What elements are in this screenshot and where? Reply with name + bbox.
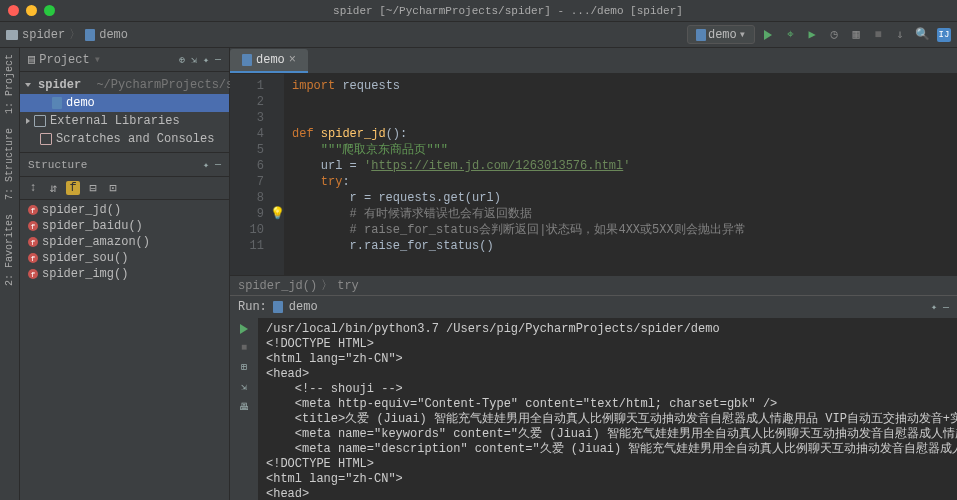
external-libraries[interactable]: External Libraries	[20, 112, 229, 130]
hide-icon[interactable]: —	[943, 302, 949, 313]
hide-icon[interactable]: —	[215, 159, 221, 171]
structure-item[interactable]: fspider_img()	[20, 266, 229, 282]
structure-panel-title: Structure	[28, 159, 197, 171]
breadcrumb-file: demo	[99, 28, 128, 42]
scratches-consoles[interactable]: Scratches and Consoles	[20, 130, 229, 148]
show-fields-icon[interactable]: f	[66, 181, 80, 195]
library-icon	[34, 115, 46, 127]
editor-tab-demo[interactable]: demo ×	[230, 49, 308, 73]
debug-button[interactable]: ⌖	[783, 28, 797, 42]
sort-alpha-icon[interactable]: ↕	[26, 181, 40, 195]
editor-tabs: demo ×	[230, 48, 957, 74]
sidebar: ▤Project ▾ ⊕ ⇲ ✦ — spider ~/PycharmProje…	[20, 48, 230, 500]
function-icon: f	[28, 253, 38, 263]
print-icon[interactable]: 🖶	[239, 401, 249, 413]
structure-item-label: spider_sou()	[42, 251, 128, 265]
pin-icon[interactable]: ⇲	[241, 381, 247, 393]
breadcrumb[interactable]: spider 〉 demo	[6, 26, 128, 43]
run-tab-label[interactable]: demo	[289, 300, 318, 314]
scratches-label: Scratches and Consoles	[56, 132, 214, 146]
python-file-icon	[52, 97, 62, 109]
code-editor[interactable]: 1234567891011 💡 import requests def spid…	[230, 74, 957, 275]
structure-item[interactable]: fspider_jd()	[20, 202, 229, 218]
hide-icon[interactable]: —	[215, 54, 221, 66]
collapse-all-icon[interactable]: ⇲	[191, 54, 197, 66]
breadcrumb-root: spider	[22, 28, 65, 42]
ide-settings-icon[interactable]: IJ	[937, 28, 951, 42]
scratch-icon	[40, 133, 52, 145]
gear-icon[interactable]: ✦	[203, 159, 209, 171]
profile-button[interactable]: ◷	[827, 28, 841, 42]
structure-panel-header: Structure ✦ —	[20, 153, 229, 177]
external-libs-label: External Libraries	[50, 114, 180, 128]
window-title: spider [~/PycharmProjects/spider] - .../…	[67, 5, 949, 17]
search-icon[interactable]: 🔍	[915, 28, 929, 42]
structure-panel: Structure ✦ — ↕ ⇵ f ⊟ ⊡ fspider_jd() fsp…	[20, 152, 229, 500]
editor-tab-label: demo	[256, 53, 285, 67]
expand-icon[interactable]	[25, 83, 31, 87]
gear-icon[interactable]: ✦	[931, 301, 937, 313]
scroll-from-source-icon[interactable]: ⊕	[179, 54, 185, 66]
run-header: Run: demo ✦ —	[230, 296, 957, 318]
structure-item[interactable]: fspider_baidu()	[20, 218, 229, 234]
project-tool-tab[interactable]: 1: Project	[4, 54, 15, 114]
run-title-prefix: Run:	[238, 300, 267, 314]
favorites-tool-tab[interactable]: 2: Favorites	[4, 214, 15, 286]
close-tab-icon[interactable]: ×	[289, 53, 296, 67]
project-file-label: demo	[66, 96, 95, 110]
project-root[interactable]: spider ~/PycharmProjects/spider	[20, 76, 229, 94]
left-tool-rail: 1: Project 7: Structure 2: Favorites	[0, 48, 20, 500]
project-tree[interactable]: spider ~/PycharmProjects/spider demo Ext…	[20, 72, 229, 152]
crumb-block[interactable]: try	[337, 279, 359, 293]
concurrency-button[interactable]: ▦	[849, 28, 863, 42]
chevron-down-icon: ▾	[739, 27, 746, 42]
function-icon: f	[28, 269, 38, 279]
navigation-bar: spider 〉 demo demo ▾ ⌖ ▶ ◷ ▦ ■ ⇓ 🔍 IJ	[0, 22, 957, 48]
structure-item-label: spider_img()	[42, 267, 128, 281]
show-inherited-icon[interactable]: ⊟	[86, 181, 100, 195]
minimize-window-button[interactable]	[26, 5, 37, 16]
editor-breadcrumb[interactable]: spider_jd() 〉 try	[230, 275, 957, 295]
maximize-window-button[interactable]	[44, 5, 55, 16]
stop-button[interactable]: ■	[871, 28, 885, 42]
stop-button[interactable]: ■	[241, 342, 247, 353]
structure-list[interactable]: fspider_jd() fspider_baidu() fspider_ama…	[20, 200, 229, 284]
mac-window-controls	[8, 5, 55, 16]
run-tool-window: Run: demo ✦ — ■ ⊞ ⇲ 🖶 /usr/local/bin/pyt…	[230, 295, 957, 500]
close-window-button[interactable]	[8, 5, 19, 16]
coverage-button[interactable]: ▶	[805, 28, 819, 42]
structure-item[interactable]: fspider_sou()	[20, 250, 229, 266]
rerun-button[interactable]	[240, 324, 248, 334]
project-panel-title: ▤Project ▾	[28, 52, 173, 67]
function-icon: f	[28, 205, 38, 215]
python-icon	[273, 301, 283, 313]
run-output[interactable]: /usr/local/bin/python3.7 /Users/pig/Pych…	[258, 318, 957, 500]
python-file-icon	[242, 54, 252, 66]
folder-icon	[6, 30, 18, 40]
layout-icon[interactable]: ⊞	[241, 361, 247, 373]
run-toolbar: ■ ⊞ ⇲ 🖶	[230, 318, 258, 500]
gear-icon[interactable]: ✦	[203, 54, 209, 66]
structure-tool-tab[interactable]: 7: Structure	[4, 128, 15, 200]
project-file-demo[interactable]: demo	[20, 94, 229, 112]
python-icon	[696, 29, 706, 41]
expand-icon[interactable]	[26, 118, 30, 124]
structure-item[interactable]: fspider_amazon()	[20, 234, 229, 250]
structure-item-label: spider_jd()	[42, 203, 121, 217]
project-panel-header: ▤Project ▾ ⊕ ⇲ ✦ —	[20, 48, 229, 72]
titlebar: spider [~/PycharmProjects/spider] - .../…	[0, 0, 957, 22]
crumb-function[interactable]: spider_jd()	[238, 279, 317, 293]
autoscroll-icon[interactable]: ⊡	[106, 181, 120, 195]
breadcrumb-separator: 〉	[321, 277, 333, 294]
run-config-name: demo	[708, 28, 737, 42]
vcs-update-icon[interactable]: ⇓	[893, 28, 907, 42]
editor-area: demo × 1234567891011 💡 import requests d…	[230, 48, 957, 500]
gutter[interactable]: 1234567891011	[230, 74, 270, 275]
folder-icon: ▤	[28, 52, 35, 67]
run-config-selector[interactable]: demo ▾	[687, 25, 755, 44]
sort-visibility-icon[interactable]: ⇵	[46, 181, 60, 195]
gutter-stripe: 💡	[270, 74, 284, 275]
code-content[interactable]: import requests def spider_jd(): """爬取京东…	[284, 74, 957, 275]
intention-bulb-icon[interactable]: 💡	[270, 206, 284, 222]
run-button[interactable]	[761, 28, 775, 42]
